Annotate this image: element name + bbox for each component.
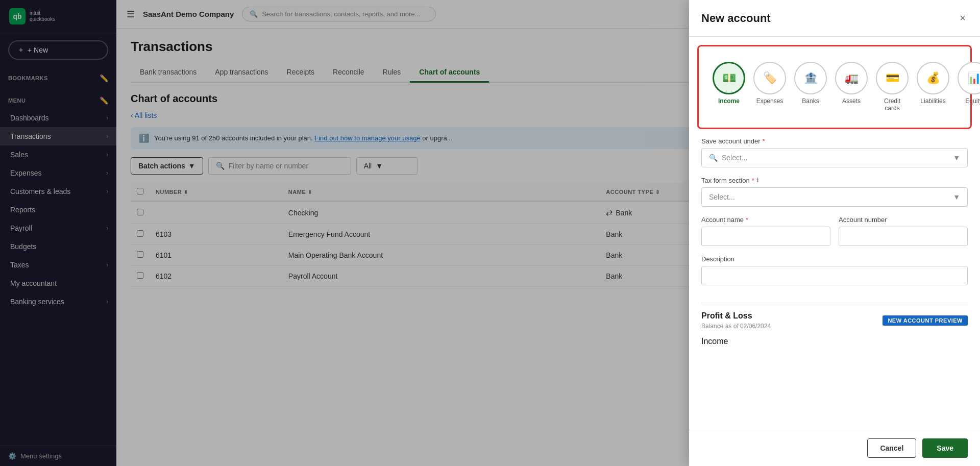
credit-cards-label: Credit cards [878,97,906,112]
preview-account-type: Income [701,337,968,346]
panel-title: New account [701,12,771,25]
liabilities-icon: 💰 [917,62,949,94]
income-label: Income [718,97,740,105]
new-account-panel: New account × 💵 Income 🏷️ Expenses 🏦 Ban… [689,0,980,466]
save-under-group: Save account under * 🔍 Select... ▼ [701,137,968,167]
account-type-banks[interactable]: 🏦 Banks [793,57,828,117]
account-number-group: Account number [839,216,968,246]
account-type-liabilities[interactable]: 💰 Liabilities [915,57,951,117]
cancel-button[interactable]: Cancel [867,438,916,458]
account-name-number-row: Account name * Account number [701,216,968,255]
search-icon: 🔍 [709,154,718,162]
preview-header: Profit & Loss Balance as of 02/06/2024 N… [701,311,968,330]
description-input[interactable] [701,266,968,285]
account-number-input[interactable] [839,227,968,246]
form-section: Save account under * 🔍 Select... ▼ Tax f… [689,137,980,295]
description-label: Description [701,255,968,263]
panel-footer: Cancel Save [689,430,980,466]
assets-icon: 🚛 [835,62,868,94]
equity-icon: 📊 [958,62,980,94]
close-panel-button[interactable]: × [958,10,968,26]
tax-form-group: Tax form section * ℹ Select... ▼ [701,177,968,207]
panel-header: New account × [689,0,980,37]
chevron-down-icon: ▼ [953,154,960,162]
liabilities-label: Liabilities [920,97,945,105]
expenses-icon: 🏷️ [753,62,786,94]
preview-title: Profit & Loss [701,311,771,321]
income-icon: 💵 [713,62,745,94]
new-account-preview-badge: NEW ACCOUNT PREVIEW [883,315,968,326]
banks-label: Banks [802,97,819,105]
account-number-label: Account number [839,216,968,224]
tax-form-info-icon: ℹ [756,177,759,184]
description-group: Description [701,255,968,285]
banks-icon: 🏦 [794,62,827,94]
account-name-label: Account name * [701,216,830,224]
save-under-label: Save account under * [701,137,968,145]
equity-label: Equity [965,97,980,105]
account-type-selector: 💵 Income 🏷️ Expenses 🏦 Banks 🚛 Assets 💳 … [697,45,972,129]
account-type-assets[interactable]: 🚛 Assets [834,57,869,117]
account-type-income[interactable]: 💵 Income [711,57,747,117]
account-name-input[interactable] [701,227,830,246]
save-under-select[interactable]: 🔍 Select... ▼ [701,148,968,167]
account-type-credit-cards[interactable]: 💳 Credit cards [874,57,910,117]
chevron-down-icon: ▼ [953,193,960,201]
account-name-group: Account name * [701,216,830,246]
assets-label: Assets [842,97,861,105]
account-type-expenses[interactable]: 🏷️ Expenses [752,57,788,117]
tax-form-select[interactable]: Select... ▼ [701,187,968,207]
credit-cards-icon: 💳 [876,62,909,94]
expenses-label: Expenses [756,97,783,105]
preview-subtitle: Balance as of 02/06/2024 [701,323,771,330]
save-button[interactable]: Save [922,438,968,458]
tax-form-label: Tax form section * ℹ [701,177,968,184]
preview-section: Profit & Loss Balance as of 02/06/2024 N… [701,303,968,346]
account-type-equity[interactable]: 📊 Equity [956,57,980,117]
